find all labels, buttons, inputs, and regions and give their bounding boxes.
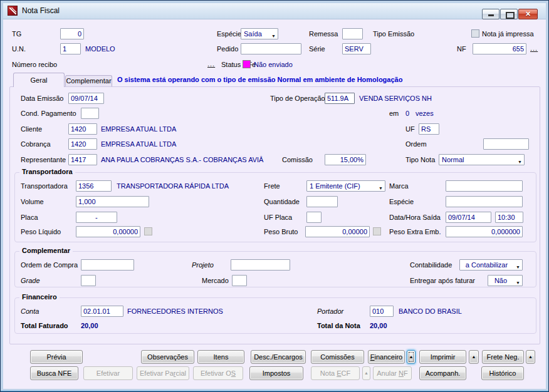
especie-label: Espécie: [217, 30, 241, 38]
complementar-group-title: Complementar: [19, 247, 73, 254]
efetivar-button[interactable]: Efetivar: [83, 366, 133, 380]
minimize-button[interactable]: [482, 9, 499, 19]
busca-nfe-button[interactable]: Busca NFE: [30, 366, 78, 380]
transportadora-group-title: Transportadora: [19, 168, 75, 175]
nf-input[interactable]: [473, 43, 526, 54]
tab-page-geral: [9, 86, 540, 344]
status-nfe-text: Não enviado: [254, 61, 293, 69]
historico-button[interactable]: Histórico: [481, 366, 524, 380]
desc-encargos-button[interactable]: Desc./Encargos: [251, 350, 306, 364]
nota-ja-impressa-label: Nota já impressa: [482, 30, 534, 38]
maximize-button[interactable]: [500, 9, 518, 19]
anular-nf-button[interactable]: Anular NF: [373, 366, 412, 380]
tab-geral[interactable]: Geral: [13, 73, 65, 87]
efetivar-os-button[interactable]: Efetivar OS: [193, 366, 243, 380]
imprimir-more-up-arrow-button[interactable]: ▲: [469, 350, 479, 364]
itens-button[interactable]: Itens: [197, 350, 244, 364]
window-title: Nota Fiscal: [22, 6, 60, 15]
serie-input[interactable]: [342, 43, 371, 54]
chevron-down-icon: ▼: [271, 31, 276, 41]
un-label: U.N.: [12, 45, 26, 53]
status-nfe-color-swatch: [243, 60, 251, 68]
frete-neg-button[interactable]: Frete Neg.: [482, 350, 524, 364]
serie-label: Série: [309, 45, 325, 53]
efetivar-parcial-button[interactable]: Efetivar Parcial: [137, 366, 189, 380]
nf-more-button[interactable]: ...: [530, 44, 538, 52]
tipo-emissao-label: Tipo Emissão: [373, 30, 414, 38]
nota-ecf-button[interactable]: Nota ECF: [311, 366, 360, 380]
title-bar: Nota Fiscal: [1, 1, 548, 19]
tg-label: TG: [12, 30, 21, 38]
pedido-label: Pedido: [217, 45, 238, 53]
imprimir-button[interactable]: Imprimir: [419, 350, 466, 364]
numero-recibo-more-button[interactable]: ...: [207, 60, 215, 68]
financeiro-more-up-arrow-button[interactable]: ▲: [407, 350, 416, 364]
financeiro-button[interactable]: Financeiro: [368, 350, 405, 364]
tg-input[interactable]: [60, 28, 84, 39]
nota-ja-impressa-checkbox[interactable]: [471, 29, 479, 38]
tab-complementar[interactable]: Complementar: [65, 75, 112, 86]
pedido-input[interactable]: [241, 43, 301, 54]
frete-neg-more-up-arrow-button[interactable]: ▲: [526, 350, 535, 364]
previa-button[interactable]: Prévia: [30, 350, 83, 364]
nota-fiscal-window: Nota Fiscal TG Espécie Saída▼ Remessa Ti…: [0, 0, 549, 392]
numero-recibo-label: Número recibo: [12, 61, 57, 69]
remessa-label: Remessa: [309, 30, 338, 38]
observacoes-button[interactable]: Observações: [141, 350, 194, 364]
app-icon: [8, 6, 18, 16]
remessa-input[interactable]: [342, 28, 363, 39]
window-border-accent: [1, 391, 548, 391]
close-button[interactable]: [518, 9, 538, 19]
nota-ecf-more-up-arrow-button[interactable]: ▲: [362, 366, 370, 380]
environment-banner: O sistema está operando com o tipo de em…: [117, 76, 402, 83]
financeiro-group-title: Financeiro: [19, 293, 60, 301]
especie-select[interactable]: Saída▼: [241, 28, 278, 39]
un-desc: MODELO: [85, 45, 115, 53]
un-input[interactable]: [60, 43, 81, 54]
comissoes-button[interactable]: Comissões: [311, 350, 364, 364]
impostos-button[interactable]: Impostos: [249, 366, 303, 380]
nf-label: NF: [457, 45, 466, 53]
acompanh-button[interactable]: Acompanh.: [419, 366, 466, 380]
